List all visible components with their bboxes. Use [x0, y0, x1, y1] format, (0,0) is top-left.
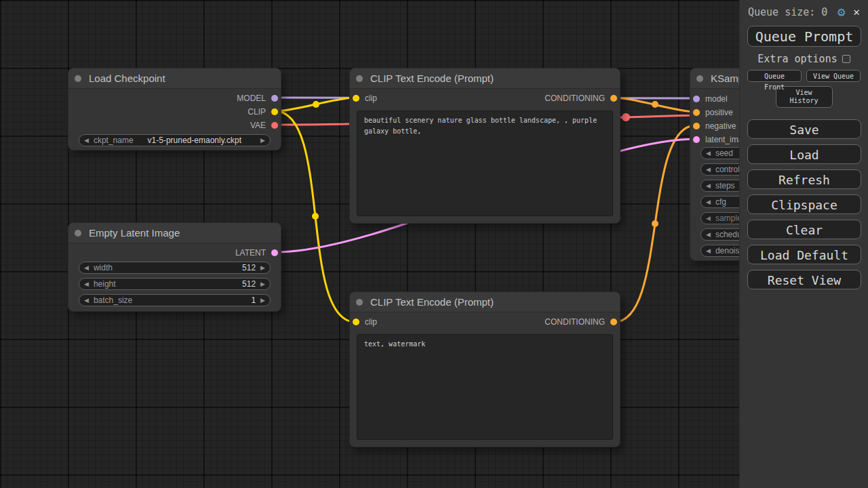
node-empty-latent-image[interactable]: Empty Latent Image LATENT ◀ width 512 ▶ … [68, 222, 281, 312]
node-collapse-dot-icon[interactable] [356, 75, 363, 82]
save-button[interactable]: Save [747, 119, 861, 139]
latent-slot-icon[interactable] [271, 249, 278, 256]
node-collapse-dot-icon[interactable] [75, 75, 81, 82]
batch-size-widget[interactable]: ◀ batch_size 1 ▶ [79, 294, 271, 306]
node-clip-text-encode-negative[interactable]: CLIP Text Encode (Prompt) clip CONDITION… [349, 291, 620, 447]
node-title-bar[interactable]: Empty Latent Image [68, 223, 281, 243]
widget-next-icon[interactable]: ▶ [256, 295, 270, 306]
output-slot-latent: LATENT [68, 246, 281, 260]
output-slot-model: MODEL [68, 92, 281, 105]
conditioning-slot-icon[interactable] [693, 109, 700, 116]
widget-prev-icon[interactable]: ◀ [701, 245, 715, 256]
clip-slot-icon[interactable] [353, 95, 359, 102]
output-slot-clip: CLIP [68, 105, 281, 119]
width-widget[interactable]: ◀ width 512 ▶ [79, 262, 271, 274]
load-default-button[interactable]: Load Default [747, 245, 861, 264]
node-title-bar[interactable]: CLIP Text Encode (Prompt) [350, 68, 620, 89]
link-dot [652, 101, 658, 108]
settings-gear-icon[interactable]: ⚙ [837, 5, 845, 18]
widget-prev-icon[interactable]: ◀ [701, 148, 715, 159]
slot-row: clip CONDITIONING [350, 92, 620, 105]
model-slot-icon[interactable] [693, 96, 700, 102]
node-load-checkpoint[interactable]: Load Checkpoint MODEL CLIP VAE ◀ ckpt_na… [68, 68, 281, 150]
conditioning-slot-icon[interactable] [610, 319, 617, 325]
close-icon[interactable]: ✕ [853, 5, 860, 18]
node-title: Empty Latent Image [89, 227, 180, 239]
height-widget[interactable]: ◀ height 512 ▶ [79, 278, 271, 290]
comfy-menu-panel: Queue size: 0 ⚙ ✕ Queue Prompt Extra opt… [739, 0, 868, 488]
conditioning-slot-icon[interactable] [610, 95, 617, 102]
widget-next-icon[interactable]: ▶ [256, 262, 270, 273]
model-slot-icon[interactable] [271, 95, 278, 102]
widget-prev-icon[interactable]: ◀ [79, 279, 94, 289]
link-dot [313, 101, 319, 108]
node-collapse-dot-icon[interactable] [75, 230, 81, 237]
node-title: CLIP Text Encode (Prompt) [370, 296, 494, 308]
widget-prev-icon[interactable]: ◀ [701, 180, 715, 191]
link-dot [622, 113, 630, 121]
link-dot [312, 213, 319, 220]
latent-slot-icon[interactable] [693, 136, 700, 143]
widget-prev-icon[interactable]: ◀ [701, 164, 715, 175]
widget-prev-icon[interactable]: ◀ [701, 213, 715, 224]
link-dot [652, 220, 658, 227]
node-clip-text-encode-positive[interactable]: CLIP Text Encode (Prompt) clip CONDITION… [349, 68, 620, 224]
node-collapse-dot-icon[interactable] [356, 299, 363, 306]
node-title: Load Checkpoint [89, 73, 165, 84]
vae-slot-icon[interactable] [271, 122, 278, 129]
queue-prompt-button[interactable]: Queue Prompt [747, 26, 861, 47]
extra-options-checkbox[interactable] [842, 55, 850, 63]
node-collapse-dot-icon[interactable] [696, 75, 703, 82]
conditioning-slot-icon[interactable] [693, 123, 700, 129]
widget-next-icon[interactable]: ▶ [256, 135, 270, 146]
refresh-button[interactable]: Refresh [747, 169, 861, 189]
clear-button[interactable]: Clear [747, 220, 861, 239]
slot-row: clip CONDITIONING [350, 315, 620, 329]
node-title-bar[interactable]: CLIP Text Encode (Prompt) [350, 292, 620, 312]
clipspace-button[interactable]: Clipspace [747, 195, 861, 214]
widget-next-icon[interactable]: ▶ [256, 279, 270, 289]
queue-size-label: Queue size: 0 [748, 6, 827, 18]
positive-prompt-textarea[interactable]: beautiful scenery nature glass bottle la… [357, 110, 613, 216]
clip-slot-icon[interactable] [353, 319, 359, 325]
widget-prev-icon[interactable]: ◀ [79, 135, 94, 146]
extra-options-label: Extra options [757, 53, 837, 65]
queue-front-button[interactable]: Queue Front [747, 70, 802, 82]
node-title: CLIP Text Encode (Prompt) [370, 73, 494, 84]
reset-view-button[interactable]: Reset View [747, 270, 861, 289]
widget-prev-icon[interactable]: ◀ [701, 229, 715, 240]
widget-prev-icon[interactable]: ◀ [701, 197, 715, 207]
load-button[interactable]: Load [747, 144, 861, 164]
clip-slot-icon[interactable] [271, 108, 278, 115]
negative-prompt-textarea[interactable]: text, watermark [357, 334, 613, 440]
widget-prev-icon[interactable]: ◀ [79, 295, 94, 306]
node-title-bar[interactable]: Load Checkpoint [68, 68, 281, 89]
ckpt-name-widget[interactable]: ◀ ckpt_name v1-5-pruned-emaonly.ckpt ▶ [79, 134, 271, 146]
widget-prev-icon[interactable]: ◀ [79, 262, 94, 273]
view-queue-button[interactable]: View Queue [806, 70, 861, 82]
graph-canvas[interactable]: Load Checkpoint MODEL CLIP VAE ◀ ckpt_na… [0, 0, 868, 488]
output-slot-vae: VAE [68, 119, 281, 132]
